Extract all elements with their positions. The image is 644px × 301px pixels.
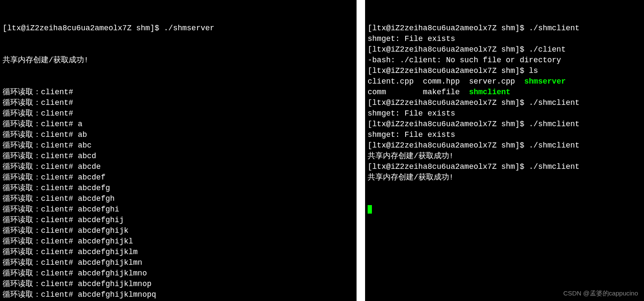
- terminal-line: client.cpp comm.hpp server.cpp shmserver: [368, 76, 641, 87]
- terminal-line: [ltx@iZ2zeiha8cu6ua2ameolx7Z shm]$ ./cli…: [368, 44, 641, 55]
- read-line: 循环读取：client# abcdefghijklm: [3, 247, 354, 258]
- read-line: 循环读取：client# abcdefg: [3, 183, 354, 194]
- read-line: 循环读取：client# abcdefgh: [3, 194, 354, 204]
- read-line: 循环读取：client# abcdefghijklmnop: [3, 279, 354, 289]
- terminal-line: -bash: ./client: No such file or directo…: [368, 55, 641, 66]
- terminal-line: shmget: File exists: [368, 108, 641, 119]
- terminal-line: [ltx@iZ2zeiha8cu6ua2ameolx7Z shm]$ ./shm…: [368, 140, 641, 151]
- terminal-line: [ltx@iZ2zeiha8cu6ua2ameolx7Z shm]$ ./shm…: [368, 119, 641, 130]
- read-line: 循环读取：client# a: [3, 119, 354, 130]
- client-output-block: [ltx@iZ2zeiha8cu6ua2ameolx7Z shm]$ ./shm…: [368, 23, 641, 183]
- executable-file: shmserver: [524, 77, 566, 86]
- terminal-line: shmget: File exists: [368, 34, 641, 44]
- executable-file: shmclient: [469, 88, 511, 96]
- read-line: 循环读取：client# abcd: [3, 151, 354, 162]
- output-line: 共享内存创建/获取成功!: [3, 55, 354, 66]
- terminal-line: [ltx@iZ2zeiha8cu6ua2ameolx7Z shm]$ ./shm…: [368, 98, 641, 108]
- prompt-text: [ltx@iZ2zeiha8cu6ua2ameolx7Z shm]$: [3, 24, 164, 32]
- read-line: 循环读取：client# abcdefghijklmnopq: [3, 289, 354, 300]
- read-line: 循环读取：client#: [3, 87, 354, 98]
- read-line: 循环读取：client# abcdefghij: [3, 215, 354, 226]
- terminal-line: [ltx@iZ2zeiha8cu6ua2ameolx7Z shm]$ ./shm…: [3, 23, 354, 34]
- terminal-line: [ltx@iZ2zeiha8cu6ua2ameolx7Z shm]$ ls: [368, 66, 641, 76]
- terminal-line: [ltx@iZ2zeiha8cu6ua2ameolx7Z shm]$ ./shm…: [368, 162, 641, 172]
- command-text: ./shmserver: [164, 24, 215, 32]
- read-line: 循环读取：client# abcdef: [3, 172, 354, 183]
- terminal-line: [ltx@iZ2zeiha8cu6ua2ameolx7Z shm]$ ./shm…: [368, 23, 641, 34]
- read-output-block: 循环读取：client# 循环读取：client# 循环读取：client# 循…: [3, 87, 354, 301]
- read-line: 循环读取：client# abcdefghijklmn: [3, 258, 354, 268]
- server-terminal-pane[interactable]: [ltx@iZ2zeiha8cu6ua2ameolx7Z shm]$ ./shm…: [0, 0, 357, 301]
- client-terminal-pane[interactable]: [ltx@iZ2zeiha8cu6ua2ameolx7Z shm]$ ./shm…: [364, 0, 644, 301]
- terminal-line: comm makefile shmclient: [368, 87, 641, 98]
- read-line: 循环读取：client# abcde: [3, 162, 354, 172]
- read-line: 循环读取：client# abc: [3, 140, 354, 151]
- read-line: 循环读取：client#: [3, 108, 354, 119]
- read-line: 循环读取：client# abcdefghijk: [3, 226, 354, 236]
- cursor-line: [368, 204, 641, 215]
- terminal-split-view: [ltx@iZ2zeiha8cu6ua2ameolx7Z shm]$ ./shm…: [0, 0, 644, 301]
- read-line: 循环读取：client# abcdefghijklmno: [3, 268, 354, 279]
- read-line: 循环读取：client# abcdefghijkl: [3, 236, 354, 247]
- terminal-line: 共享内存创建/获取成功!: [368, 151, 641, 162]
- terminal-cursor: [368, 205, 372, 214]
- terminal-line: 共享内存创建/获取成功!: [368, 172, 641, 183]
- terminal-line: shmget: File exists: [368, 130, 641, 140]
- read-line: 循环读取：client#: [3, 98, 354, 108]
- read-line: 循环读取：client# ab: [3, 130, 354, 140]
- read-line: 循环读取：client# abcdefghi: [3, 204, 354, 215]
- pane-divider: [357, 0, 364, 301]
